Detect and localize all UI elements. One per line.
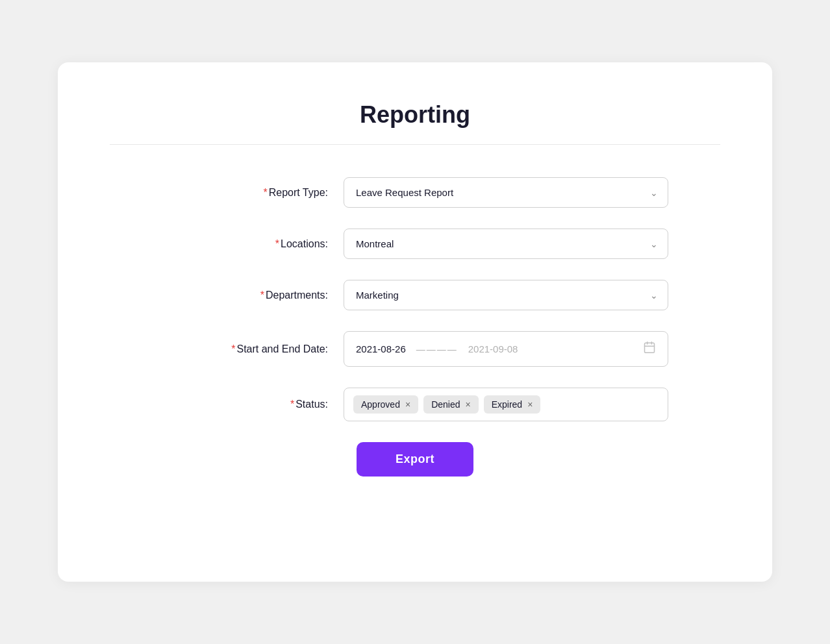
status-box: Approved × Denied × Expired ×	[344, 388, 668, 421]
remove-denied-button[interactable]: ×	[466, 400, 471, 409]
remove-approved-button[interactable]: ×	[405, 400, 410, 409]
report-type-label: *Report Type:	[162, 187, 344, 199]
date-separator: ————	[416, 344, 458, 354]
date-start: 2021-08-26	[356, 343, 406, 354]
locations-label: *Locations:	[162, 238, 344, 250]
form-container: *Report Type: Leave Request Report ⌄ *Lo…	[162, 177, 668, 477]
status-tag-denied-label: Denied	[431, 399, 460, 410]
report-type-row: *Report Type: Leave Request Report ⌄	[162, 177, 668, 208]
required-asterisk: *	[260, 290, 264, 301]
calendar-icon	[643, 341, 656, 357]
status-tag-approved: Approved ×	[353, 395, 418, 414]
report-type-select-wrapper: Leave Request Report ⌄	[344, 177, 668, 208]
locations-control: Montreal ⌄	[344, 229, 668, 259]
required-asterisk: *	[263, 187, 267, 198]
date-end: 2021-09-08	[468, 343, 518, 354]
page-title: Reporting	[110, 101, 720, 145]
status-tag-denied: Denied ×	[423, 395, 479, 414]
date-range-box[interactable]: 2021-08-26 ———— 2021-09-08	[344, 331, 668, 367]
locations-row: *Locations: Montreal ⌄	[162, 229, 668, 259]
locations-select-wrapper: Montreal ⌄	[344, 229, 668, 259]
status-tag-approved-label: Approved	[361, 399, 400, 410]
date-range-row: *Start and End Date: 2021-08-26 ———— 202…	[162, 331, 668, 367]
status-tag-expired-label: Expired	[492, 399, 522, 410]
status-control: Approved × Denied × Expired ×	[344, 388, 668, 421]
export-row: Export	[162, 442, 668, 477]
status-row: *Status: Approved × Denied × Expired ×	[162, 388, 668, 421]
export-button[interactable]: Export	[357, 442, 473, 477]
departments-row: *Departments: Marketing ⌄	[162, 280, 668, 310]
departments-label: *Departments:	[162, 290, 344, 301]
date-range-control: 2021-08-26 ———— 2021-09-08	[344, 331, 668, 367]
report-type-control: Leave Request Report ⌄	[344, 177, 668, 208]
report-type-select[interactable]: Leave Request Report	[344, 177, 668, 208]
date-range-inner: 2021-08-26 ———— 2021-09-08	[356, 343, 643, 354]
reporting-card: Reporting *Report Type: Leave Request Re…	[58, 62, 772, 582]
svg-rect-0	[645, 343, 655, 353]
departments-select-wrapper: Marketing ⌄	[344, 280, 668, 310]
required-asterisk: *	[231, 343, 235, 354]
departments-control: Marketing ⌄	[344, 280, 668, 310]
required-asterisk: *	[275, 238, 279, 249]
date-range-label: *Start and End Date:	[162, 343, 344, 355]
required-asterisk: *	[290, 399, 294, 410]
status-tag-expired: Expired ×	[484, 395, 541, 414]
remove-expired-button[interactable]: ×	[527, 400, 533, 409]
departments-select[interactable]: Marketing	[344, 280, 668, 310]
status-label: *Status:	[162, 399, 344, 410]
locations-select[interactable]: Montreal	[344, 229, 668, 259]
